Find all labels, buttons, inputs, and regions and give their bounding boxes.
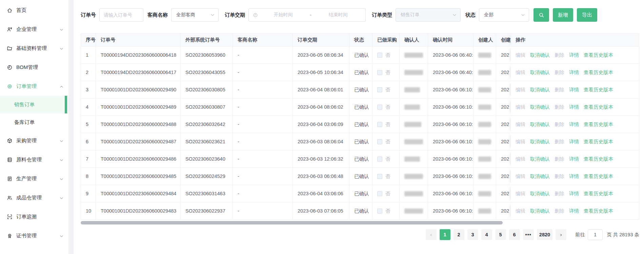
status-select[interactable]: 全部 (479, 8, 529, 22)
detail-link[interactable]: 详情 (569, 173, 579, 180)
detail-link[interactable]: 详情 (569, 156, 579, 162)
detail-link[interactable]: 详情 (569, 52, 579, 58)
page-button-2820[interactable]: 2820 (537, 229, 552, 240)
export-button[interactable]: 导出 (577, 8, 597, 22)
start-time-placeholder[interactable]: 开始时间 (260, 12, 306, 18)
cancel-confirm-link[interactable]: 取消确认 (530, 104, 550, 110)
delete-link[interactable]: 删除 (555, 190, 564, 197)
customer-select[interactable]: 全部客商 (171, 8, 219, 22)
edit-link[interactable]: 编辑 (516, 173, 525, 180)
sidebar-item-finished-warehouse[interactable]: 成品仓管理 (0, 188, 68, 207)
sidebar-item-order-mgmt[interactable]: 订单管理 (0, 77, 68, 96)
delete-link[interactable]: 删除 (555, 156, 564, 162)
purchased-checkbox[interactable] (377, 191, 382, 196)
history-link[interactable]: 查看历史版本 (584, 173, 613, 180)
end-time-placeholder[interactable]: 结束时间 (315, 12, 361, 18)
cancel-confirm-link[interactable]: 取消确认 (530, 139, 550, 145)
detail-link[interactable]: 详情 (569, 190, 579, 197)
add-button[interactable]: 新增 (553, 8, 573, 22)
sidebar-item-raw-warehouse[interactable]: 原料仓管理 (0, 150, 68, 169)
history-link[interactable]: 查看历史版本 (584, 190, 613, 197)
edit-link[interactable]: 编辑 (516, 190, 525, 197)
sidebar-subitem-stock-order[interactable]: 备库订单 (0, 113, 68, 131)
purchased-checkbox[interactable] (377, 70, 382, 75)
cancel-confirm-link[interactable]: 取消确认 (530, 190, 550, 197)
page-button-4[interactable]: 4 (481, 229, 492, 240)
cancel-confirm-link[interactable]: 取消确认 (530, 208, 550, 214)
next-page-button[interactable]: › (556, 229, 566, 240)
history-link[interactable]: 查看历史版本 (584, 139, 613, 145)
app-window: 首页企业管理基础资料管理BOM管理订单管理销售订单备库订单采购管理原料仓管理生产… (0, 0, 644, 254)
history-link[interactable]: 查看历史版本 (584, 208, 613, 214)
detail-link[interactable]: 详情 (569, 87, 579, 93)
delete-link[interactable]: 删除 (555, 121, 564, 128)
history-link[interactable]: 查看历史版本 (584, 121, 613, 128)
order-no-input[interactable] (100, 8, 143, 21)
edit-link[interactable]: 编辑 (516, 139, 525, 145)
detail-link[interactable]: 详情 (569, 121, 579, 128)
more-pages-button[interactable]: ••• (523, 229, 534, 240)
edit-link[interactable]: 编辑 (516, 104, 525, 110)
edit-link[interactable]: 编辑 (516, 156, 525, 162)
page-button-6[interactable]: 6 (509, 229, 520, 240)
page-button-1[interactable]: 1 (440, 229, 450, 240)
sidebar-subitem-sales-order[interactable]: 销售订单 (0, 96, 68, 113)
delete-link[interactable]: 删除 (555, 87, 564, 93)
detail-link[interactable]: 详情 (569, 69, 579, 76)
history-link[interactable]: 查看历史版本 (584, 87, 613, 93)
horizontal-scrollbar[interactable] (81, 221, 639, 224)
cancel-confirm-link[interactable]: 取消确认 (530, 69, 550, 76)
delete-link[interactable]: 删除 (555, 104, 564, 110)
edit-link[interactable]: 编辑 (516, 52, 525, 58)
edit-link[interactable]: 编辑 (516, 69, 525, 76)
scrollbar-thumb[interactable] (81, 221, 503, 224)
sidebar-item-purchase-mgmt[interactable]: 采购管理 (0, 131, 68, 150)
delete-link[interactable]: 删除 (555, 52, 564, 58)
detail-link[interactable]: 详情 (569, 104, 579, 110)
cancel-confirm-link[interactable]: 取消确认 (530, 173, 550, 180)
cancel-confirm-link[interactable]: 取消确认 (530, 156, 550, 162)
sidebar-item-order-trace[interactable]: 订单追溯 (0, 207, 68, 226)
edit-link[interactable]: 编辑 (516, 208, 525, 214)
detail-link[interactable]: 详情 (569, 208, 579, 214)
sidebar-item-production-mgmt[interactable]: 生产管理 (0, 169, 68, 188)
sidebar-item-label: 订单追溯 (16, 214, 64, 220)
page-button-2[interactable]: 2 (454, 229, 464, 240)
purchased-checkbox[interactable] (377, 122, 382, 127)
purchased-checkbox[interactable] (377, 208, 382, 214)
delete-link[interactable]: 删除 (555, 173, 564, 180)
history-link[interactable]: 查看历史版本 (584, 69, 613, 76)
sidebar-item-home[interactable]: 首页 (0, 1, 68, 20)
delivery-range-picker[interactable]: 开始时间 - 结束时间 (248, 8, 366, 22)
purchased-checkbox[interactable] (377, 87, 382, 92)
page-button-5[interactable]: 5 (495, 229, 506, 240)
cell-confirm-time: 2023-06-06 06:40:01 (428, 47, 474, 64)
redacted-confirm-user (404, 174, 423, 179)
delete-link[interactable]: 删除 (555, 208, 564, 214)
history-link[interactable]: 查看历史版本 (584, 156, 613, 162)
sidebar-item-enterprise[interactable]: 企业管理 (0, 20, 68, 39)
cancel-confirm-link[interactable]: 取消确认 (530, 52, 550, 58)
delete-link[interactable]: 删除 (555, 139, 564, 145)
history-link[interactable]: 查看历史版本 (584, 104, 613, 110)
purchased-checkbox[interactable] (377, 53, 382, 58)
history-link[interactable]: 查看历史版本 (584, 52, 613, 58)
detail-link[interactable]: 详情 (569, 139, 579, 145)
purchased-checkbox[interactable] (377, 139, 382, 144)
search-button[interactable] (534, 8, 549, 22)
goto-page-input[interactable] (588, 229, 603, 240)
sidebar-item-basic-data[interactable]: 基础资料管理 (0, 39, 68, 58)
edit-link[interactable]: 编辑 (516, 121, 525, 128)
page-button-3[interactable]: 3 (467, 229, 478, 240)
purchased-checkbox[interactable] (377, 157, 382, 162)
purchased-checkbox[interactable] (377, 105, 382, 110)
cancel-confirm-link[interactable]: 取消确认 (530, 121, 550, 128)
cell-confirm-user (400, 168, 428, 185)
cancel-confirm-link[interactable]: 取消确认 (530, 87, 550, 93)
sidebar-item-bom[interactable]: BOM管理 (0, 58, 68, 77)
delete-link[interactable]: 删除 (555, 69, 564, 76)
prev-page-button[interactable]: ‹ (426, 229, 437, 240)
sidebar-item-certificate-mgmt[interactable]: 证书管理 (0, 226, 68, 245)
edit-link[interactable]: 编辑 (516, 87, 525, 93)
purchased-checkbox[interactable] (377, 174, 382, 179)
